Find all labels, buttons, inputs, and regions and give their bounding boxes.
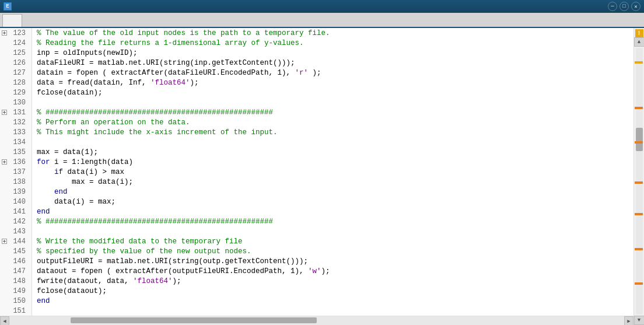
code-token: dataout = fopen ( extractAfter(outputFil… [37, 267, 308, 275]
code-token: ); [308, 69, 321, 77]
scroll-thumb[interactable] [636, 128, 643, 151]
line-number: 123 [8, 29, 28, 37]
marker-3 [635, 141, 643, 144]
gutter-row: 142 [0, 216, 32, 226]
line-number: 146 [8, 257, 28, 265]
fold-marker [0, 99, 8, 107]
code-token: i = 1:length(data) [50, 158, 134, 166]
line-number: 149 [8, 287, 28, 295]
gutter-row: 138 [0, 177, 32, 187]
code-token: datain = fopen ( extractAfter(dataFileUR… [37, 69, 295, 77]
fold-marker[interactable] [0, 109, 8, 117]
marker-2 [635, 107, 643, 109]
code-line: datain = fopen ( extractAfter(dataFileUR… [32, 68, 634, 78]
keyword-token: if [54, 168, 63, 176]
warning-icon: ! [635, 29, 643, 37]
tab-untitled[interactable] [2, 14, 22, 27]
fold-marker [0, 59, 8, 67]
fold-marker [0, 198, 8, 206]
new-tab-button[interactable] [22, 14, 35, 27]
code-line: for i = 1:length(data) [32, 157, 634, 167]
fold-marker [0, 297, 8, 305]
code-token: fclose(datain); [37, 89, 103, 97]
comment-token: % specified by the value of the new outp… [37, 247, 251, 256]
scroll-track[interactable] [636, 48, 643, 314]
gutter-row: 128 [0, 78, 32, 88]
line-number: 151 [8, 307, 28, 315]
gutter-row: 123 [0, 28, 32, 38]
gutter-row: 140 [0, 197, 32, 207]
fold-marker[interactable] [0, 158, 8, 166]
gutter-row: 125 [0, 48, 32, 58]
h-scroll-track[interactable] [9, 316, 624, 325]
gutter-row: 145 [0, 246, 32, 256]
fold-marker [0, 148, 8, 156]
comment-token: % ######################################… [37, 109, 273, 117]
code-token: fclose(dataout); [37, 287, 107, 295]
code-token: ); [190, 79, 199, 87]
gutter-row: 137 [0, 167, 32, 177]
line-number: 139 [8, 188, 28, 196]
code-line: fclose(datain); [32, 88, 634, 97]
code-token: dataFileURI = matlab.net.URI(string(inp.… [37, 59, 295, 67]
code-line: % ######################################… [32, 107, 634, 117]
code-line: if data(i) > max [32, 167, 634, 177]
code-token: max = data(1); [37, 148, 98, 156]
code-token [37, 168, 54, 176]
line-number: 127 [8, 69, 28, 77]
fold-marker [0, 69, 8, 77]
keyword-token: end [54, 188, 68, 196]
window-controls: — □ ✕ [608, 2, 640, 11]
code-token: max = data(i); [37, 178, 133, 186]
string-token: 'float64' [150, 79, 190, 87]
right-scrollbar[interactable]: ! ▲ ▼ [634, 28, 644, 325]
scroll-left-button[interactable]: ◀ [0, 316, 9, 325]
scroll-down-button[interactable]: ▼ [634, 316, 645, 325]
fold-marker[interactable] [0, 237, 8, 246]
line-number: 133 [8, 128, 28, 137]
fold-marker[interactable] [0, 29, 8, 37]
tab-close-button[interactable] [10, 18, 17, 25]
restore-button[interactable]: □ [620, 2, 629, 11]
tab-bar [0, 13, 644, 28]
keyword-token: for [37, 158, 50, 166]
scroll-right-button[interactable]: ▶ [624, 316, 634, 325]
fold-marker [0, 128, 8, 137]
line-number: 132 [8, 118, 28, 127]
code-line: end [32, 207, 634, 216]
line-number: 148 [8, 277, 28, 285]
code-line [32, 97, 634, 107]
code-line: dataout = fopen ( extractAfter(outputFil… [32, 266, 634, 276]
editor-icon: E [4, 2, 12, 11]
fold-marker [0, 89, 8, 97]
fold-marker [0, 267, 8, 275]
comment-token: % Reading the file returns a 1-dimension… [37, 39, 304, 47]
code-token: outputFileURI = matlab.net.URI(string(ou… [37, 257, 308, 265]
code-line: data(i) = max; [32, 197, 634, 207]
gutter-row: 132 [0, 117, 32, 127]
h-scroll-thumb[interactable] [71, 317, 317, 323]
close-button[interactable]: ✕ [631, 2, 640, 11]
gutter-row: 134 [0, 137, 32, 147]
gutter-row: 135 [0, 147, 32, 157]
line-number: 136 [8, 158, 28, 166]
fold-marker [0, 178, 8, 186]
fold-marker [0, 138, 8, 146]
code-area[interactable]: % The value of the old input nodes is th… [32, 28, 634, 325]
line-number: 130 [8, 99, 28, 107]
code-token: ); [321, 267, 330, 275]
scroll-up-button[interactable]: ▲ [634, 37, 645, 47]
horizontal-scrollbar[interactable]: ◀ ▶ [0, 316, 634, 325]
minimize-button[interactable]: — [608, 2, 617, 11]
code-line: % This might include the x-axis incremen… [32, 127, 634, 137]
line-number: 128 [8, 79, 28, 87]
gutter-row: 127 [0, 68, 32, 78]
code-line: % Write the modified data to the tempora… [32, 236, 634, 246]
editor-window: E — □ ✕ 12312412512612712812913013113213… [0, 0, 644, 325]
marker-5 [635, 213, 643, 215]
gutter-row: 149 [0, 286, 32, 296]
code-line: fwrite(dataout, data, 'float64'); [32, 276, 634, 286]
code-line: % ######################################… [32, 216, 634, 226]
line-number: 125 [8, 49, 28, 57]
code-line: max = data(i); [32, 177, 634, 187]
